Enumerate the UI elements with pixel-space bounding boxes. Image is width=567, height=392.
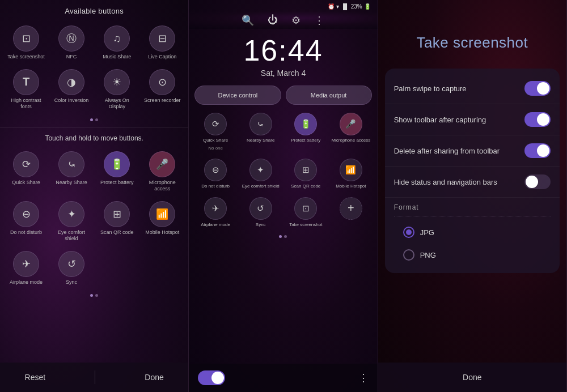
active-dot-2 bbox=[95, 294, 98, 297]
delete-after-sharing-row[interactable]: Delete after sharing from toolbar bbox=[385, 135, 560, 167]
hide-status-toggle[interactable] bbox=[524, 174, 551, 189]
show-toolbar-toggle[interactable] bbox=[524, 112, 551, 127]
active-btn-microphone[interactable]: 🎤 Microphone access bbox=[141, 148, 184, 195]
hide-status-label: Hide status and navigation bars bbox=[394, 178, 497, 186]
dnd-icon: ⊖ bbox=[13, 201, 39, 227]
p2-dot-1 bbox=[279, 235, 282, 238]
qs-airplane[interactable]: ✈ Airplane mode bbox=[193, 194, 238, 231]
nearby-share-label: Nearby Share bbox=[56, 180, 87, 186]
available-dots bbox=[0, 115, 188, 125]
done-button[interactable]: Done bbox=[145, 373, 163, 382]
panel2-bottom-bar: ⋮ bbox=[189, 364, 377, 392]
screenshot-settings-panel: Take screenshot Palm swipe to capture Sh… bbox=[378, 0, 567, 392]
device-control-tab[interactable]: Device control bbox=[194, 86, 281, 105]
palm-swipe-row[interactable]: Palm swipe to capture bbox=[385, 73, 560, 104]
screenshot-settings-card: Palm swipe to capture Show toolbar after… bbox=[385, 69, 560, 273]
dot-2 bbox=[95, 118, 98, 121]
active-btn-quick-share[interactable]: ⟳ Quick Share bbox=[5, 148, 48, 195]
jpg-radio[interactable] bbox=[403, 227, 414, 238]
delete-after-sharing-knob bbox=[537, 144, 549, 157]
sync-label: Sync bbox=[66, 279, 77, 286]
active-dot-1 bbox=[90, 294, 93, 297]
airplane-label: Airplane mode bbox=[10, 279, 43, 286]
qs-microphone-label: Microphone access bbox=[331, 138, 370, 143]
show-toolbar-knob bbox=[537, 113, 549, 126]
btn-live-caption[interactable]: ⊟ Live Caption bbox=[141, 22, 184, 63]
qs-protect-battery-label: Protect battery bbox=[291, 138, 320, 143]
microphone-icon: 🎤 bbox=[149, 151, 175, 177]
quick-share-label: Quick Share bbox=[12, 180, 40, 186]
btn-music-share[interactable]: ♫ Music Share bbox=[95, 22, 138, 63]
music-share-icon: ♫ bbox=[104, 25, 130, 52]
qs-take-screenshot-label: Take screenshot bbox=[289, 222, 322, 228]
panel2-more-button[interactable]: ⋮ bbox=[358, 372, 369, 384]
png-radio[interactable] bbox=[403, 249, 414, 261]
qs-sync[interactable]: ↺ Sync bbox=[239, 194, 283, 231]
format-section: Format JPG PNG bbox=[385, 198, 560, 269]
screenshot-done-button[interactable]: Done bbox=[463, 373, 481, 382]
media-output-tab[interactable]: Media output bbox=[286, 86, 372, 105]
brightness-toggle[interactable] bbox=[198, 370, 225, 385]
qs-hotspot[interactable]: 📶 Mobile Hotspot bbox=[329, 155, 373, 193]
high-contrast-icon: T bbox=[13, 69, 39, 95]
btn-nfc[interactable]: Ⓝ NFC bbox=[50, 22, 93, 63]
png-radio-row[interactable]: PNG bbox=[394, 244, 551, 266]
qs-add[interactable]: + bbox=[329, 194, 373, 231]
airplane-icon: ✈ bbox=[13, 251, 39, 277]
eye-comfort-label: Eye comfort shield bbox=[51, 229, 92, 242]
hotspot-label: Mobile Hotspot bbox=[145, 229, 179, 236]
settings-icon[interactable]: ⚙ bbox=[291, 14, 301, 27]
qs-scan-qr[interactable]: ⊞ Scan QR code bbox=[284, 155, 328, 193]
jpg-radio-row[interactable]: JPG bbox=[394, 221, 551, 244]
active-btn-scan-qr[interactable]: ⊞ Scan QR code bbox=[95, 198, 138, 245]
qs-airplane-label: Airplane mode bbox=[201, 222, 230, 228]
search-icon[interactable]: 🔍 bbox=[242, 14, 254, 27]
palm-swipe-knob bbox=[537, 82, 549, 95]
qs-dnd[interactable]: ⊖ Do not disturb bbox=[193, 155, 238, 193]
qs-quick-share[interactable]: ⟳ Quick Share No one bbox=[193, 109, 238, 154]
qs-take-screenshot-icon: ⊡ bbox=[294, 197, 317, 220]
battery-icon: 🔋 bbox=[364, 3, 371, 10]
qs-eye-comfort[interactable]: ✦ Eye comfort shield bbox=[239, 155, 283, 193]
nfc-label: NFC bbox=[66, 54, 77, 60]
active-btn-airplane[interactable]: ✈ Airplane mode bbox=[5, 248, 48, 289]
btn-screen-recorder[interactable]: ⊙ Screen recorder bbox=[141, 66, 184, 113]
reset-button[interactable]: Reset bbox=[25, 373, 46, 382]
show-toolbar-row[interactable]: Show toolbar after capturing bbox=[385, 104, 560, 135]
qs-add-icon: + bbox=[340, 197, 362, 220]
qs-airplane-icon: ✈ bbox=[204, 197, 227, 220]
qs-take-screenshot[interactable]: ⊡ Take screenshot bbox=[284, 194, 328, 231]
active-btn-sync[interactable]: ↺ Sync bbox=[50, 248, 93, 289]
p2-dot-2 bbox=[284, 235, 287, 238]
wifi-icon: ▾ bbox=[336, 3, 339, 10]
more-icon[interactable]: ⋮ bbox=[314, 14, 324, 27]
qs-scan-qr-icon: ⊞ bbox=[294, 159, 317, 181]
qs-protect-battery[interactable]: 🔋 Protect battery bbox=[284, 109, 328, 154]
active-btn-dnd[interactable]: ⊖ Do not disturb bbox=[5, 198, 48, 245]
qs-nearby-share[interactable]: ⤿ Nearby Share bbox=[239, 109, 283, 154]
power-icon[interactable]: ⏻ bbox=[268, 14, 278, 27]
color-inversion-label: Color Inversion bbox=[54, 97, 89, 104]
protect-battery-label: Protect battery bbox=[100, 180, 134, 186]
hide-status-knob bbox=[526, 176, 538, 188]
qs-quick-share-icon: ⟳ bbox=[204, 113, 227, 135]
active-btn-hotspot[interactable]: 📶 Mobile Hotspot bbox=[141, 198, 184, 245]
qs-protect-battery-icon: 🔋 bbox=[294, 113, 317, 135]
palm-swipe-toggle[interactable] bbox=[524, 81, 551, 96]
section-divider bbox=[0, 127, 188, 127]
delete-after-sharing-toggle[interactable] bbox=[524, 143, 551, 158]
jpg-label: JPG bbox=[420, 228, 434, 237]
btn-color-inversion[interactable]: ◑ Color Inversion bbox=[50, 66, 93, 113]
btn-high-contrast[interactable]: T High contrast fonts bbox=[5, 66, 48, 113]
png-label: PNG bbox=[420, 251, 436, 259]
qs-microphone-icon: 🎤 bbox=[340, 113, 362, 135]
active-btn-protect-battery[interactable]: 🔋 Protect battery bbox=[95, 148, 138, 195]
dnd-label: Do not disturb bbox=[10, 229, 42, 236]
qs-microphone[interactable]: 🎤 Microphone access bbox=[329, 109, 373, 154]
btn-always-on[interactable]: ☀ Always On Display bbox=[95, 66, 138, 113]
active-btn-eye-comfort[interactable]: ✦ Eye comfort shield bbox=[50, 198, 93, 245]
active-btn-nearby-share[interactable]: ⤿ Nearby Share bbox=[50, 148, 93, 195]
btn-take-screenshot[interactable]: ⊡ Take screenshot bbox=[5, 22, 48, 63]
format-title: Format bbox=[394, 203, 551, 216]
hide-status-row[interactable]: Hide status and navigation bars bbox=[385, 167, 560, 198]
